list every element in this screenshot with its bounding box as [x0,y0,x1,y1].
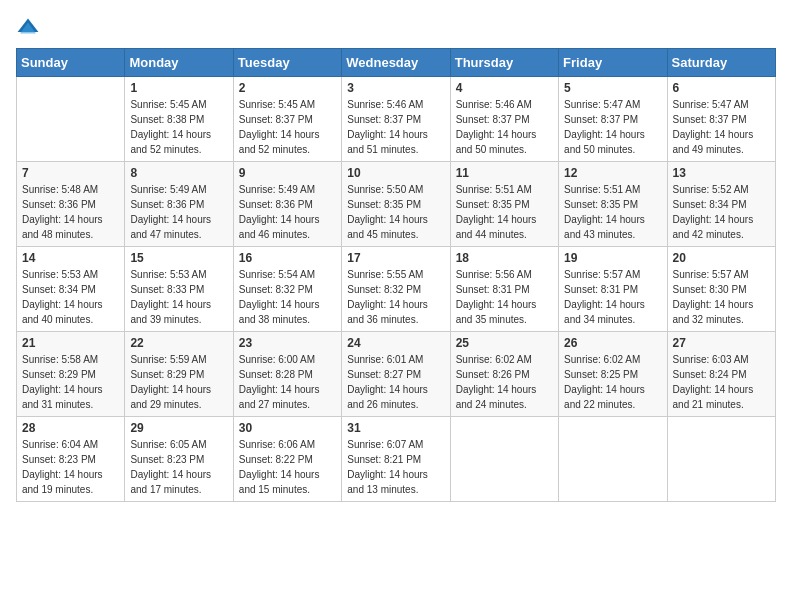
calendar-week-row: 1Sunrise: 5:45 AM Sunset: 8:38 PM Daylig… [17,77,776,162]
calendar-cell: 5Sunrise: 5:47 AM Sunset: 8:37 PM Daylig… [559,77,667,162]
day-number: 29 [130,421,227,435]
day-number: 13 [673,166,770,180]
calendar-week-row: 14Sunrise: 5:53 AM Sunset: 8:34 PM Dayli… [17,247,776,332]
day-info: Sunrise: 6:03 AM Sunset: 8:24 PM Dayligh… [673,352,770,412]
day-number: 23 [239,336,336,350]
calendar-cell [450,417,558,502]
day-info: Sunrise: 5:53 AM Sunset: 8:33 PM Dayligh… [130,267,227,327]
day-number: 18 [456,251,553,265]
day-number: 12 [564,166,661,180]
day-info: Sunrise: 5:51 AM Sunset: 8:35 PM Dayligh… [564,182,661,242]
day-info: Sunrise: 6:00 AM Sunset: 8:28 PM Dayligh… [239,352,336,412]
day-info: Sunrise: 5:47 AM Sunset: 8:37 PM Dayligh… [564,97,661,157]
calendar-cell: 3Sunrise: 5:46 AM Sunset: 8:37 PM Daylig… [342,77,450,162]
calendar-cell: 26Sunrise: 6:02 AM Sunset: 8:25 PM Dayli… [559,332,667,417]
day-info: Sunrise: 6:06 AM Sunset: 8:22 PM Dayligh… [239,437,336,497]
day-info: Sunrise: 5:45 AM Sunset: 8:38 PM Dayligh… [130,97,227,157]
day-number: 14 [22,251,119,265]
calendar-day-header: Saturday [667,49,775,77]
logo-icon [16,16,40,40]
calendar-cell: 9Sunrise: 5:49 AM Sunset: 8:36 PM Daylig… [233,162,341,247]
day-info: Sunrise: 5:47 AM Sunset: 8:37 PM Dayligh… [673,97,770,157]
calendar-cell: 15Sunrise: 5:53 AM Sunset: 8:33 PM Dayli… [125,247,233,332]
calendar-cell: 10Sunrise: 5:50 AM Sunset: 8:35 PM Dayli… [342,162,450,247]
day-info: Sunrise: 5:55 AM Sunset: 8:32 PM Dayligh… [347,267,444,327]
day-number: 4 [456,81,553,95]
calendar-cell: 23Sunrise: 6:00 AM Sunset: 8:28 PM Dayli… [233,332,341,417]
calendar-header-row: SundayMondayTuesdayWednesdayThursdayFrid… [17,49,776,77]
calendar-cell [559,417,667,502]
calendar-day-header: Friday [559,49,667,77]
day-number: 16 [239,251,336,265]
day-number: 17 [347,251,444,265]
day-number: 30 [239,421,336,435]
calendar-cell: 1Sunrise: 5:45 AM Sunset: 8:38 PM Daylig… [125,77,233,162]
day-number: 24 [347,336,444,350]
calendar-cell: 2Sunrise: 5:45 AM Sunset: 8:37 PM Daylig… [233,77,341,162]
day-number: 5 [564,81,661,95]
calendar-table: SundayMondayTuesdayWednesdayThursdayFrid… [16,48,776,502]
day-info: Sunrise: 5:57 AM Sunset: 8:30 PM Dayligh… [673,267,770,327]
calendar-cell: 25Sunrise: 6:02 AM Sunset: 8:26 PM Dayli… [450,332,558,417]
calendar-day-header: Wednesday [342,49,450,77]
calendar-cell: 16Sunrise: 5:54 AM Sunset: 8:32 PM Dayli… [233,247,341,332]
calendar-cell: 7Sunrise: 5:48 AM Sunset: 8:36 PM Daylig… [17,162,125,247]
calendar-week-row: 28Sunrise: 6:04 AM Sunset: 8:23 PM Dayli… [17,417,776,502]
day-number: 1 [130,81,227,95]
calendar-cell: 21Sunrise: 5:58 AM Sunset: 8:29 PM Dayli… [17,332,125,417]
day-info: Sunrise: 6:02 AM Sunset: 8:25 PM Dayligh… [564,352,661,412]
calendar-cell: 27Sunrise: 6:03 AM Sunset: 8:24 PM Dayli… [667,332,775,417]
calendar-cell: 17Sunrise: 5:55 AM Sunset: 8:32 PM Dayli… [342,247,450,332]
calendar-day-header: Sunday [17,49,125,77]
calendar-cell: 30Sunrise: 6:06 AM Sunset: 8:22 PM Dayli… [233,417,341,502]
day-info: Sunrise: 5:52 AM Sunset: 8:34 PM Dayligh… [673,182,770,242]
day-number: 3 [347,81,444,95]
calendar-cell: 6Sunrise: 5:47 AM Sunset: 8:37 PM Daylig… [667,77,775,162]
calendar-cell: 19Sunrise: 5:57 AM Sunset: 8:31 PM Dayli… [559,247,667,332]
day-number: 9 [239,166,336,180]
calendar-cell: 8Sunrise: 5:49 AM Sunset: 8:36 PM Daylig… [125,162,233,247]
day-info: Sunrise: 5:46 AM Sunset: 8:37 PM Dayligh… [347,97,444,157]
header [16,16,776,40]
calendar-cell: 20Sunrise: 5:57 AM Sunset: 8:30 PM Dayli… [667,247,775,332]
day-info: Sunrise: 6:05 AM Sunset: 8:23 PM Dayligh… [130,437,227,497]
day-info: Sunrise: 6:02 AM Sunset: 8:26 PM Dayligh… [456,352,553,412]
calendar-cell: 12Sunrise: 5:51 AM Sunset: 8:35 PM Dayli… [559,162,667,247]
calendar-cell: 18Sunrise: 5:56 AM Sunset: 8:31 PM Dayli… [450,247,558,332]
calendar-cell [667,417,775,502]
calendar-week-row: 21Sunrise: 5:58 AM Sunset: 8:29 PM Dayli… [17,332,776,417]
calendar-cell [17,77,125,162]
day-info: Sunrise: 5:56 AM Sunset: 8:31 PM Dayligh… [456,267,553,327]
calendar-cell: 28Sunrise: 6:04 AM Sunset: 8:23 PM Dayli… [17,417,125,502]
day-number: 11 [456,166,553,180]
calendar-cell: 29Sunrise: 6:05 AM Sunset: 8:23 PM Dayli… [125,417,233,502]
day-info: Sunrise: 5:59 AM Sunset: 8:29 PM Dayligh… [130,352,227,412]
day-number: 19 [564,251,661,265]
day-info: Sunrise: 6:04 AM Sunset: 8:23 PM Dayligh… [22,437,119,497]
day-number: 27 [673,336,770,350]
calendar-cell: 31Sunrise: 6:07 AM Sunset: 8:21 PM Dayli… [342,417,450,502]
day-number: 25 [456,336,553,350]
calendar-cell: 24Sunrise: 6:01 AM Sunset: 8:27 PM Dayli… [342,332,450,417]
day-info: Sunrise: 5:50 AM Sunset: 8:35 PM Dayligh… [347,182,444,242]
calendar-cell: 13Sunrise: 5:52 AM Sunset: 8:34 PM Dayli… [667,162,775,247]
day-number: 20 [673,251,770,265]
calendar-day-header: Thursday [450,49,558,77]
day-number: 15 [130,251,227,265]
calendar-cell: 4Sunrise: 5:46 AM Sunset: 8:37 PM Daylig… [450,77,558,162]
calendar-day-header: Tuesday [233,49,341,77]
day-info: Sunrise: 5:48 AM Sunset: 8:36 PM Dayligh… [22,182,119,242]
day-number: 2 [239,81,336,95]
day-info: Sunrise: 6:07 AM Sunset: 8:21 PM Dayligh… [347,437,444,497]
day-info: Sunrise: 5:49 AM Sunset: 8:36 PM Dayligh… [130,182,227,242]
day-info: Sunrise: 5:45 AM Sunset: 8:37 PM Dayligh… [239,97,336,157]
logo [16,16,44,40]
calendar-cell: 14Sunrise: 5:53 AM Sunset: 8:34 PM Dayli… [17,247,125,332]
day-number: 26 [564,336,661,350]
day-info: Sunrise: 5:46 AM Sunset: 8:37 PM Dayligh… [456,97,553,157]
day-number: 8 [130,166,227,180]
day-info: Sunrise: 5:58 AM Sunset: 8:29 PM Dayligh… [22,352,119,412]
day-number: 31 [347,421,444,435]
day-info: Sunrise: 5:54 AM Sunset: 8:32 PM Dayligh… [239,267,336,327]
calendar-week-row: 7Sunrise: 5:48 AM Sunset: 8:36 PM Daylig… [17,162,776,247]
